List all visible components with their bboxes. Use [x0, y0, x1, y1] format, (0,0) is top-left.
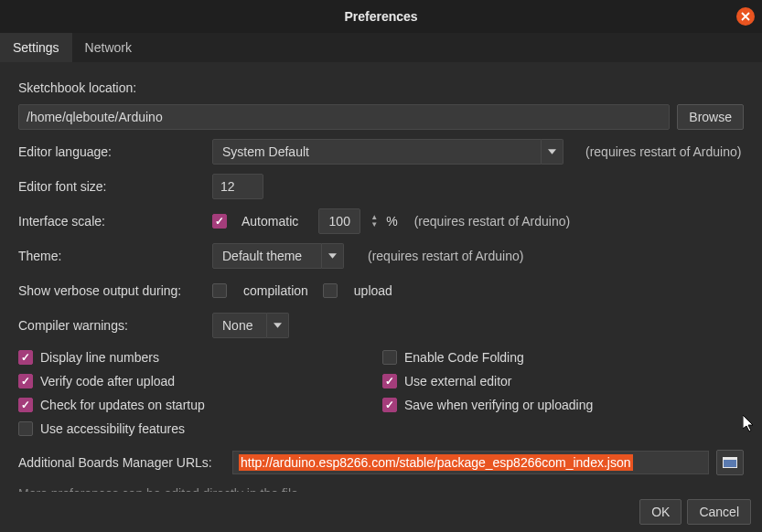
- settings-panel: Sketchbook location: Browse Editor langu…: [0, 62, 762, 532]
- tab-settings[interactable]: Settings: [0, 33, 72, 62]
- interface-scale-label: Interface scale:: [18, 214, 205, 229]
- sketchbook-path-input[interactable]: [18, 104, 670, 130]
- font-size-input[interactable]: [212, 174, 263, 199]
- chevron-down-icon[interactable]: [542, 139, 563, 165]
- compiler-warnings-select[interactable]: None: [212, 313, 289, 338]
- compilation-checkbox[interactable]: [212, 283, 227, 298]
- automatic-label: Automatic: [241, 214, 298, 229]
- window-close-button[interactable]: [736, 7, 755, 26]
- svg-rect-1: [724, 460, 736, 467]
- automatic-scale-checkbox[interactable]: [212, 214, 227, 229]
- font-size-label: Editor font size:: [18, 179, 205, 194]
- additional-urls-input[interactable]: http://arduino.esp8266.com/stable/packag…: [232, 451, 709, 474]
- accessibility-checkbox[interactable]: [18, 421, 33, 436]
- theme-select[interactable]: Default theme: [212, 243, 344, 269]
- compiler-warnings-label: Compiler warnings:: [18, 318, 205, 333]
- external-editor-checkbox[interactable]: [382, 374, 397, 388]
- tab-network[interactable]: Network: [72, 33, 145, 62]
- scale-spinner[interactable]: ▲▼: [370, 214, 379, 229]
- editor-language-value: System Default: [222, 144, 309, 159]
- additional-urls-value: http://arduino.esp8266.com/stable/packag…: [239, 454, 633, 471]
- upload-checkbox[interactable]: [323, 283, 338, 298]
- editor-language-label: Editor language:: [18, 144, 205, 159]
- check-updates-checkbox[interactable]: [18, 398, 33, 412]
- save-on-verify-label: Save when verifying or uploading: [404, 398, 593, 412]
- theme-restart-hint: (requires restart of Arduino): [368, 249, 523, 263]
- theme-value: Default theme: [222, 249, 302, 263]
- browse-button[interactable]: Browse: [677, 104, 744, 130]
- scale-restart-hint: (requires restart of Arduino): [414, 214, 570, 229]
- scale-input[interactable]: [318, 208, 360, 234]
- titlebar: Preferences: [0, 0, 762, 33]
- save-on-verify-checkbox[interactable]: [382, 398, 397, 412]
- dialog-buttons: OK Cancel: [0, 492, 762, 532]
- code-folding-label: Enable Code Folding: [404, 350, 524, 365]
- chevron-down-icon[interactable]: [322, 243, 344, 269]
- tab-bar: Settings Network: [0, 33, 762, 62]
- close-icon: [741, 12, 750, 21]
- window-icon: [723, 457, 737, 468]
- sketchbook-label: Sketchbook location:: [18, 80, 136, 95]
- verify-after-upload-checkbox[interactable]: [18, 374, 33, 388]
- upload-label: upload: [354, 283, 392, 298]
- additional-urls-label: Additional Boards Manager URLs:: [18, 455, 225, 470]
- display-line-numbers-checkbox[interactable]: [18, 350, 33, 365]
- chevron-down-icon[interactable]: [267, 313, 289, 338]
- display-line-numbers-label: Display line numbers: [40, 350, 159, 365]
- verbose-label: Show verbose output during:: [18, 283, 205, 298]
- percent-label: %: [386, 214, 397, 229]
- code-folding-checkbox[interactable]: [382, 350, 397, 365]
- theme-label: Theme:: [18, 249, 205, 263]
- accessibility-label: Use accessibility features: [40, 421, 185, 436]
- compilation-label: compilation: [243, 283, 308, 298]
- spinner-down-icon[interactable]: ▼: [370, 221, 379, 229]
- editor-language-select[interactable]: System Default: [212, 139, 563, 165]
- compiler-warnings-value: None: [222, 318, 252, 333]
- verify-after-upload-label: Verify code after upload: [40, 374, 175, 388]
- window-title: Preferences: [344, 9, 417, 24]
- edit-urls-button[interactable]: [716, 450, 744, 475]
- ok-button[interactable]: OK: [639, 499, 682, 525]
- cancel-button[interactable]: Cancel: [687, 499, 751, 525]
- check-updates-label: Check for updates on startup: [40, 398, 205, 412]
- external-editor-label: Use external editor: [404, 374, 512, 388]
- language-restart-hint: (requires restart of Arduino): [585, 144, 741, 159]
